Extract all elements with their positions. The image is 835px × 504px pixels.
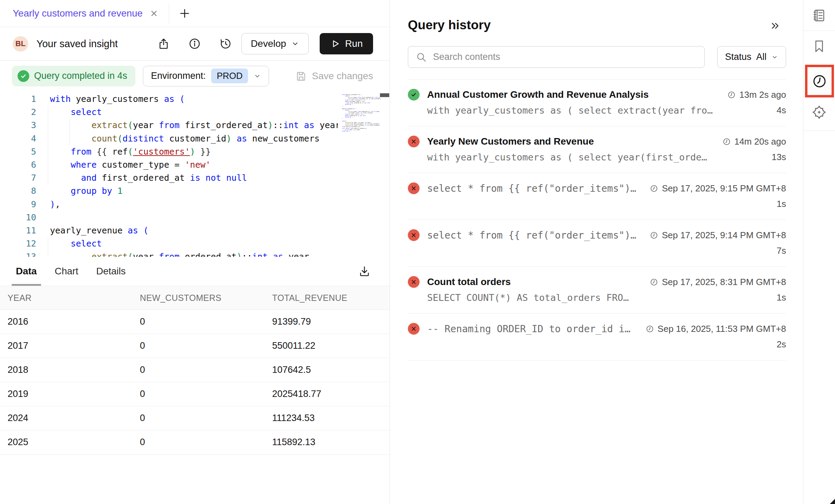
- avatar: BL: [13, 36, 28, 52]
- status-row: Query completed in 4s Environment: PROD …: [0, 61, 390, 91]
- tab-yearly-customers-and-revenue[interactable]: Yearly customers and revenue: [0, 0, 169, 27]
- table-cell: 111234.53: [272, 413, 390, 423]
- code-line[interactable]: where customer_type = 'new': [50, 158, 338, 171]
- query-history-item[interactable]: Count total ordersSep 17, 2025, 8:31 PM …: [408, 267, 786, 314]
- code-line[interactable]: from {{ ref('customers') }}: [50, 145, 338, 158]
- query-history-item-title: -- Renaming ORDER_ID to order_id i…: [427, 323, 630, 335]
- line-number: 6: [0, 158, 36, 171]
- notebook-icon[interactable]: [812, 8, 826, 23]
- query-history-item[interactable]: select * from {{ ref("order_items")…Sep …: [408, 220, 786, 267]
- table-header: YEARNEW_CUSTOMERSTOTAL_REVENUE: [0, 286, 390, 310]
- indent-guide: [70, 119, 70, 145]
- save-icon: [296, 71, 307, 82]
- column-header: YEAR: [8, 293, 140, 303]
- line-number: 13: [0, 250, 36, 257]
- code-line[interactable]: group by 1: [50, 185, 338, 198]
- query-history-item[interactable]: select * from {{ ref("order_items")…Sep …: [408, 173, 786, 220]
- query-history-item[interactable]: Yearly New Customers and Revenue14m 20s …: [408, 126, 786, 173]
- status-filter-label: Status: [725, 52, 752, 62]
- results-tab-details[interactable]: Details: [92, 257, 130, 286]
- line-number: 4: [0, 132, 36, 145]
- table-cell: 107642.5: [272, 365, 390, 375]
- sql-editor[interactable]: 12345678910111213 with yearly_customers …: [0, 91, 390, 257]
- develop-dropdown[interactable]: Develop: [241, 33, 309, 54]
- query-history-item-time: Sep 17, 2025, 9:15 PM GMT+8: [643, 183, 786, 194]
- info-icon[interactable]: [188, 38, 201, 50]
- query-history-item-duration: 1s: [777, 292, 786, 303]
- table-cell: 2017: [8, 340, 140, 351]
- version-history-icon[interactable]: [219, 38, 232, 50]
- tab-separator: [169, 3, 169, 23]
- search-icon: [416, 52, 427, 63]
- code-line[interactable]: count(distinct customer_id) as new_custo…: [50, 132, 338, 145]
- bookmark-icon[interactable]: [812, 39, 826, 53]
- new-tab-button[interactable]: [179, 8, 190, 19]
- line-number: 3: [0, 119, 36, 132]
- results-tab-chart[interactable]: Chart: [51, 257, 82, 286]
- save-changes-label: Save changes: [312, 71, 373, 82]
- query-history-item-duration: 7s: [777, 245, 786, 256]
- table-cell: 550011.22: [272, 340, 390, 351]
- indent-guide: [48, 237, 48, 257]
- query-history-item-title: Count total orders: [427, 276, 511, 287]
- download-icon[interactable]: [358, 265, 371, 277]
- environment-value-badge: PROD: [211, 69, 248, 83]
- resize-corner: [830, 499, 835, 504]
- query-history-item-title: Yearly New Customers and Revenue: [427, 136, 594, 147]
- code-line[interactable]: [50, 211, 338, 224]
- query-history-item-preview: with yearly_customers as ( select extrac…: [427, 105, 713, 116]
- code-line[interactable]: ),: [50, 198, 338, 211]
- column-header: TOTAL_REVENUE: [272, 293, 390, 303]
- editor-code[interactable]: with yearly_customers as ( select extrac…: [50, 93, 338, 257]
- code-line[interactable]: extract(year from first_ordered_at)::int…: [50, 119, 338, 132]
- tab-bar: Yearly customers and revenue: [0, 0, 390, 27]
- query-history-item-title: select * from {{ ref("order_items")…: [427, 183, 636, 194]
- table-cell: 0: [140, 340, 272, 351]
- table-cell: 2025418.77: [272, 389, 390, 399]
- collapse-panel-icon[interactable]: [769, 19, 782, 32]
- table-cell: 0: [140, 316, 272, 327]
- code-line[interactable]: select: [50, 237, 338, 250]
- query-history-item[interactable]: -- Renaming ORDER_ID to order_id i…Sep 1…: [408, 314, 786, 360]
- code-line[interactable]: and first_ordered_at is not null: [50, 171, 338, 185]
- query-history-rail-button[interactable]: [805, 65, 834, 97]
- query-history-item-duration: 4s: [777, 105, 786, 116]
- code-line[interactable]: yearly_revenue as (: [50, 224, 338, 237]
- save-changes-button[interactable]: Save changes: [296, 71, 373, 82]
- status-filter-dropdown[interactable]: Status All: [717, 46, 786, 68]
- table-cell: 2025: [8, 437, 140, 448]
- table-cell: 0: [140, 365, 272, 375]
- editor-gutter: 12345678910111213: [0, 93, 36, 257]
- search-box: [408, 46, 705, 68]
- line-number: 8: [0, 185, 36, 198]
- code-line[interactable]: select: [50, 106, 338, 119]
- code-line[interactable]: extract(year from ordered_at)::int as ye…: [50, 250, 338, 257]
- insight-title: Your saved insight: [37, 38, 118, 50]
- results-tab-bar: DataChartDetails: [0, 257, 390, 286]
- query-status-badge: Query completed in 4s: [12, 66, 135, 86]
- tab-title: Yearly customers and revenue: [13, 8, 143, 19]
- lineage-icon[interactable]: [811, 104, 827, 120]
- tab-close-icon[interactable]: [150, 9, 158, 18]
- error-x-icon: [408, 229, 420, 241]
- line-number: 9: [0, 198, 36, 211]
- query-status-text: Query completed in 4s: [34, 71, 127, 81]
- query-history-item-duration: 1s: [777, 199, 786, 209]
- editor-scrollbar-thumb[interactable]: [380, 93, 389, 97]
- error-x-icon: [408, 182, 420, 194]
- query-history-item-preview: with yearly_customers as ( select year(f…: [427, 152, 707, 162]
- line-number: 11: [0, 224, 36, 237]
- chevron-down-icon: [291, 40, 299, 48]
- run-button[interactable]: Run: [320, 33, 373, 54]
- line-number: 10: [0, 211, 36, 224]
- share-icon[interactable]: [157, 38, 170, 50]
- environment-dropdown[interactable]: Environment: PROD: [143, 66, 269, 86]
- code-line[interactable]: with yearly_customers as (: [50, 93, 338, 106]
- error-x-icon: [408, 136, 420, 147]
- table-cell: 0: [140, 389, 272, 399]
- results-tab-data[interactable]: Data: [12, 257, 41, 286]
- search-input[interactable]: [433, 52, 697, 62]
- editor-minimap[interactable]: with yearly_customers as ( select extrac…: [342, 94, 381, 132]
- query-history-item[interactable]: Annual Customer Growth and Revenue Analy…: [408, 80, 786, 126]
- run-label: Run: [345, 38, 363, 49]
